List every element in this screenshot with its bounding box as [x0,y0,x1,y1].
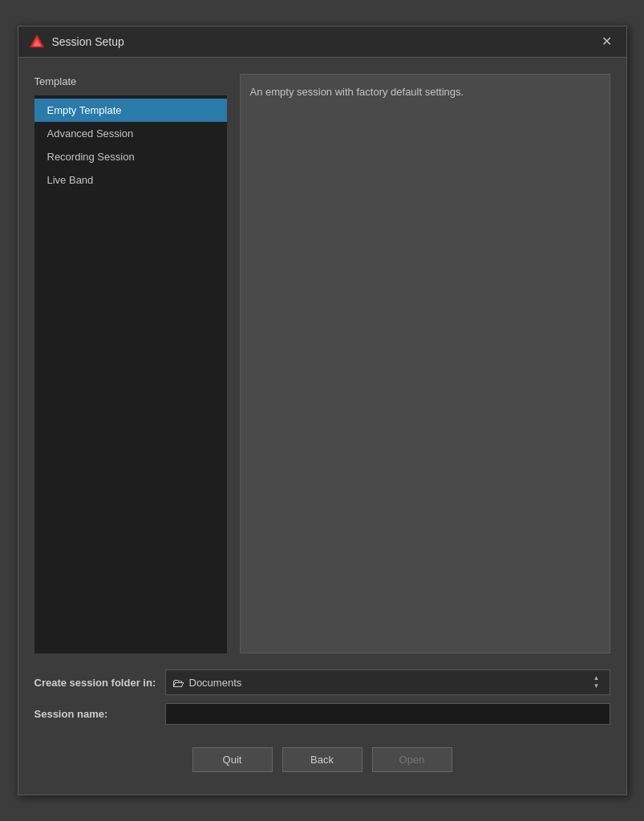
folder-spinner[interactable]: ▲ ▼ [590,674,603,690]
dialog-body: Template Empty Template Advanced Session… [18,58,626,795]
bottom-section: Create session folder in: 🗁 Documents ▲ … [34,666,610,725]
preview-panel: An empty session with factory default se… [240,74,610,653]
folder-select[interactable]: 🗁 Documents ▲ ▼ [165,669,610,695]
session-name-label: Session name: [34,708,159,720]
create-folder-row: Create session folder in: 🗁 Documents ▲ … [34,669,610,695]
create-folder-label: Create session folder in: [34,677,159,689]
window-title: Session Setup [52,35,124,48]
template-item-advanced[interactable]: Advanced Session [34,122,227,145]
buttons-row: Quit Back Open [34,738,610,779]
template-section-label: Template [34,74,227,89]
app-logo-icon [28,33,46,51]
session-name-row: Session name: [34,703,610,725]
session-setup-dialog: Session Setup ✕ Template Empty Template … [18,26,627,795]
title-bar: Session Setup ✕ [18,26,626,58]
session-name-input[interactable] [165,703,610,725]
template-item-recording[interactable]: Recording Session [34,145,227,168]
open-button[interactable]: Open [372,747,452,772]
template-item-live[interactable]: Live Band [34,168,227,192]
template-panel: Template Empty Template Advanced Session… [34,74,227,653]
back-button[interactable]: Back [282,747,363,772]
title-bar-left: Session Setup [28,33,124,51]
folder-icon: 🗁 [172,676,184,690]
folder-value: Documents [189,677,242,689]
quit-button[interactable]: Quit [192,747,273,772]
preview-description: An empty session with factory default se… [250,86,464,98]
spinner-up-icon[interactable]: ▲ [590,674,603,682]
template-item-empty[interactable]: Empty Template [34,99,227,122]
template-list: Empty Template Advanced Session Recordin… [34,95,227,653]
spinner-down-icon[interactable]: ▼ [590,682,603,690]
main-content: Template Empty Template Advanced Session… [34,74,610,653]
folder-select-inner: 🗁 Documents [172,676,585,690]
close-button[interactable]: ✕ [597,34,617,50]
